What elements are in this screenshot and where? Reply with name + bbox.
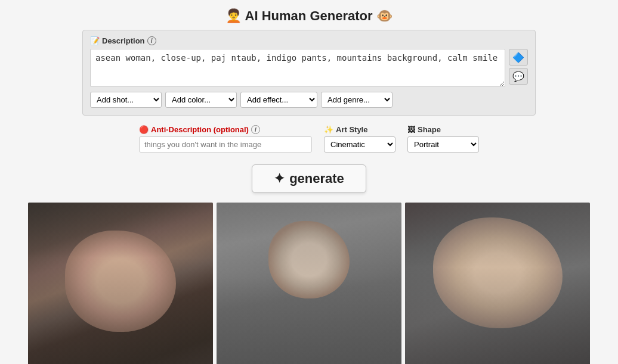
main-panel: 📝 Description i 🔷 💬 Add shot... Close-up…	[82, 30, 536, 116]
chat-btn[interactable]: 💬	[509, 68, 528, 85]
anti-desc-icon: 🔴	[139, 125, 149, 134]
shape-section: 🖼 Shape Portrait Landscape Square	[407, 125, 479, 153]
generate-sparkle-icon: ✦	[274, 171, 285, 186]
anti-desc-info-icon[interactable]: i	[251, 125, 260, 134]
add-shot-dropdown[interactable]: Add shot... Close-up Medium shot Full bo…	[90, 92, 162, 108]
chat-icon: 💬	[512, 71, 524, 82]
textarea-buttons: 🔷 💬	[509, 49, 528, 87]
images-row	[0, 203, 618, 364]
anti-desc-label-text: Anti-Description (optional)	[151, 125, 249, 134]
shape-label-text: Shape	[418, 125, 441, 134]
shape-dropdown[interactable]: Portrait Landscape Square	[407, 136, 479, 153]
add-effect-dropdown[interactable]: Add effect... Blur background Bokeh Film…	[240, 92, 317, 108]
enhance-btn[interactable]: 🔷	[509, 49, 528, 66]
generate-row: ✦ generate	[0, 164, 618, 193]
description-label-text: Description	[102, 36, 145, 45]
generate-label: generate	[289, 171, 344, 186]
textarea-row: 🔷 💬	[90, 49, 528, 87]
add-genre-dropdown[interactable]: Add genre... Fantasy Sci-Fi Historical M…	[321, 92, 393, 108]
description-info-icon[interactable]: i	[147, 36, 156, 45]
page-title: 🧑‍🦱 AI Human Generator 🐵	[0, 0, 618, 30]
art-style-dropdown[interactable]: Cinematic Photorealistic Anime Oil Paint…	[324, 136, 395, 153]
art-style-section: ✨ Art Style Cinematic Photorealistic Ani…	[324, 125, 395, 153]
generate-button[interactable]: ✦ generate	[252, 164, 366, 193]
extra-options-row: 🔴 Anti-Description (optional) i ✨ Art St…	[82, 125, 536, 153]
art-style-label: ✨ Art Style	[324, 125, 395, 134]
description-textarea[interactable]	[90, 49, 505, 87]
dropdowns-row: Add shot... Close-up Medium shot Full bo…	[90, 92, 528, 108]
anti-description-section: 🔴 Anti-Description (optional) i	[139, 125, 312, 153]
shape-label: 🖼 Shape	[407, 125, 479, 134]
description-label-row: 📝 Description i	[90, 36, 528, 45]
anti-description-input[interactable]	[139, 136, 312, 153]
title-left-icon: 🧑‍🦱	[225, 8, 242, 23]
generated-image-3[interactable]	[405, 203, 590, 364]
shape-icon: 🖼	[407, 125, 415, 134]
art-style-label-text: Art Style	[336, 125, 367, 134]
generated-image-2[interactable]	[217, 203, 401, 364]
art-style-icon: ✨	[324, 125, 333, 134]
enhance-icon: 🔷	[512, 52, 524, 63]
title-right-icon: 🐵	[376, 8, 393, 23]
add-color-dropdown[interactable]: Add color... Warm tones Cool tones Monoc…	[165, 92, 237, 108]
anti-desc-label: 🔴 Anti-Description (optional) i	[139, 125, 312, 134]
generated-image-1[interactable]	[28, 203, 213, 364]
description-label-icon: 📝	[90, 36, 100, 45]
